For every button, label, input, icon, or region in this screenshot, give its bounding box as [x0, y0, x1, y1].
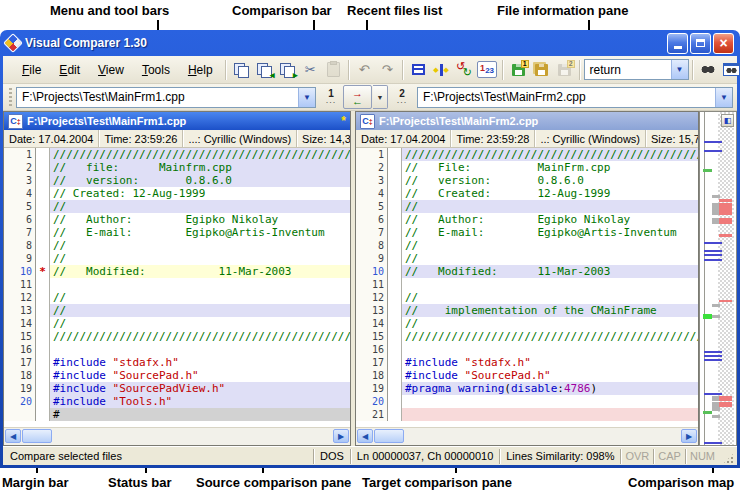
code-text[interactable]: // E-mail: Egipko@Artis-Inventum: [50, 226, 350, 239]
menu-item-edit[interactable]: Edit: [50, 60, 89, 80]
line-number: 8: [4, 239, 36, 252]
code-text[interactable]: [402, 395, 698, 408]
margin-bar-cell: [36, 148, 50, 161]
code-text[interactable]: ////////////////////////////////////////…: [402, 148, 698, 161]
source-hscrollbar[interactable]: ◀ ▶: [4, 427, 350, 445]
code-text[interactable]: //: [402, 200, 698, 213]
code-text[interactable]: #include "SourcePad.h": [50, 369, 350, 382]
maximize-button[interactable]: [690, 33, 711, 54]
copy-to-source-icon: ◂: [257, 63, 272, 77]
redo-icon[interactable]: ↷: [376, 59, 399, 81]
code-text[interactable]: //: [50, 304, 350, 317]
code-text[interactable]: //: [50, 317, 350, 330]
scroll-right-icon[interactable]: ▶: [333, 429, 349, 443]
code-text[interactable]: [402, 278, 698, 291]
code-text[interactable]: //: [402, 252, 698, 265]
target-pane-header[interactable]: C‡ F:\Projects\Test\MainFrm2.cpp: [356, 112, 698, 130]
save-source-icon[interactable]: 1: [507, 59, 530, 81]
source-editor[interactable]: 1///////////////////////////////////////…: [4, 148, 350, 427]
target-editor[interactable]: 1///////////////////////////////////////…: [356, 148, 698, 427]
scroll-thumb[interactable]: [374, 429, 404, 443]
paste-icon[interactable]: [322, 59, 345, 81]
map-options-button[interactable]: ◧: [721, 114, 734, 127]
code-text[interactable]: [402, 408, 698, 421]
code-text[interactable]: // Author: Egipko Nikolay: [50, 213, 350, 226]
close-button[interactable]: ×: [713, 33, 734, 54]
menu-item-view[interactable]: View: [89, 60, 133, 80]
code-text[interactable]: #include "SourcePadView.h": [50, 382, 350, 395]
split-vertical-icon[interactable]: ◆◆: [430, 59, 453, 81]
find-in-window-icon[interactable]: [720, 59, 740, 81]
code-text[interactable]: #include "stdafx.h": [50, 356, 350, 369]
chevron-down-icon[interactable]: ▼: [671, 60, 688, 79]
search-combo-value: return: [585, 63, 671, 77]
code-text[interactable]: // Created: 12-Aug-1999: [50, 187, 350, 200]
line-numbers-icon[interactable]: 123: [476, 59, 499, 81]
code-text[interactable]: //: [50, 239, 350, 252]
recent-files-dropdown-button[interactable]: ▼: [373, 85, 388, 109]
undo-icon[interactable]: ↶: [353, 59, 376, 81]
code-text[interactable]: // Modified: 11-Mar-2003: [50, 265, 350, 278]
code-text[interactable]: //: [50, 291, 350, 304]
cut-icon[interactable]: ✂: [299, 59, 322, 81]
save-all-icon[interactable]: [530, 59, 553, 81]
comparison-bar-grip[interactable]: [9, 88, 12, 106]
menu-item-tools[interactable]: Tools: [133, 60, 179, 80]
code-line: 14//: [356, 317, 698, 330]
copy-icon[interactable]: [230, 59, 253, 81]
code-text[interactable]: #: [50, 408, 350, 421]
code-text[interactable]: #include "Tools.h": [50, 395, 350, 408]
margin-bar-cell: [388, 278, 402, 291]
menu-item-help[interactable]: Help: [179, 60, 222, 80]
code-text[interactable]: // Modified: 11-Mar-2003: [402, 265, 698, 278]
code-text[interactable]: //: [50, 252, 350, 265]
scroll-thumb[interactable]: [22, 429, 52, 443]
target-file-combo[interactable]: F:\Projects\Test\MainFrm2.cpp ▼: [417, 87, 733, 108]
browse-target-button[interactable]: 2 ...: [391, 86, 413, 108]
save-target-icon[interactable]: 2: [553, 59, 576, 81]
source-file-combo[interactable]: F:\Projects\Test\MainFrm1.cpp ▼: [16, 87, 316, 108]
code-text[interactable]: // Author: Egipko Nikolay: [402, 213, 698, 226]
code-text[interactable]: #include "SourcePad.h": [402, 369, 698, 382]
code-text[interactable]: // E-mail: Egipko@Artis-Inventum: [402, 226, 698, 239]
scroll-left-icon[interactable]: ◀: [357, 429, 373, 443]
copy-to-target-icon[interactable]: ▸: [276, 59, 299, 81]
code-text[interactable]: [50, 343, 350, 356]
code-text[interactable]: // File: MainFrm.cpp: [402, 161, 698, 174]
search-combo[interactable]: return▼: [584, 59, 689, 80]
code-text[interactable]: #include "stdafx.h": [402, 356, 698, 369]
comparison-map[interactable]: ◧: [699, 111, 737, 446]
resize-grip[interactable]: [722, 452, 735, 465]
auto-sync-icon[interactable]: ↺↻: [453, 59, 476, 81]
scroll-right-icon[interactable]: ▶: [681, 429, 697, 443]
split-horizontal-icon[interactable]: [407, 59, 430, 81]
source-pane-header[interactable]: C‡ F:\Projects\Test\MainFrm1.cpp *: [4, 112, 350, 130]
menu-item-file[interactable]: File: [13, 60, 50, 80]
code-text[interactable]: [50, 278, 350, 291]
title-bar[interactable]: Visual Comparer 1.30 ×: [3, 30, 737, 56]
browse-source-button[interactable]: 1 ...: [320, 86, 342, 108]
code-text[interactable]: // version: 0.8.6.0: [402, 174, 698, 187]
code-text[interactable]: // Created: 12-Aug-1999: [402, 187, 698, 200]
scroll-left-icon[interactable]: ◀: [5, 429, 21, 443]
code-text[interactable]: // version: 0.8.6.0: [50, 174, 350, 187]
code-text[interactable]: ////////////////////////////////////////…: [50, 330, 350, 343]
minimize-button[interactable]: [667, 33, 688, 54]
code-text[interactable]: //: [402, 291, 698, 304]
code-text[interactable]: [402, 343, 698, 356]
target-hscrollbar[interactable]: ◀ ▶: [356, 427, 698, 445]
code-text[interactable]: //: [50, 200, 350, 213]
code-text[interactable]: ////////////////////////////////////////…: [50, 148, 350, 161]
code-text[interactable]: //: [402, 317, 698, 330]
find-icon[interactable]: [697, 59, 720, 81]
compare-swap-button[interactable]: → ←: [343, 85, 372, 109]
code-text[interactable]: #pragma warning(disable:4786): [402, 382, 698, 395]
code-text[interactable]: // implementation of the CMainFrame: [402, 304, 698, 317]
code-text[interactable]: // file: Mainfrm.cpp: [50, 161, 350, 174]
code-text[interactable]: //: [402, 239, 698, 252]
code-text[interactable]: ////////////////////////////////////////…: [402, 330, 698, 343]
copy-to-source-icon[interactable]: ◂: [253, 59, 276, 81]
chevron-down-icon[interactable]: ▼: [715, 88, 732, 107]
line-number: 15: [356, 330, 388, 343]
chevron-down-icon[interactable]: ▼: [298, 88, 315, 107]
